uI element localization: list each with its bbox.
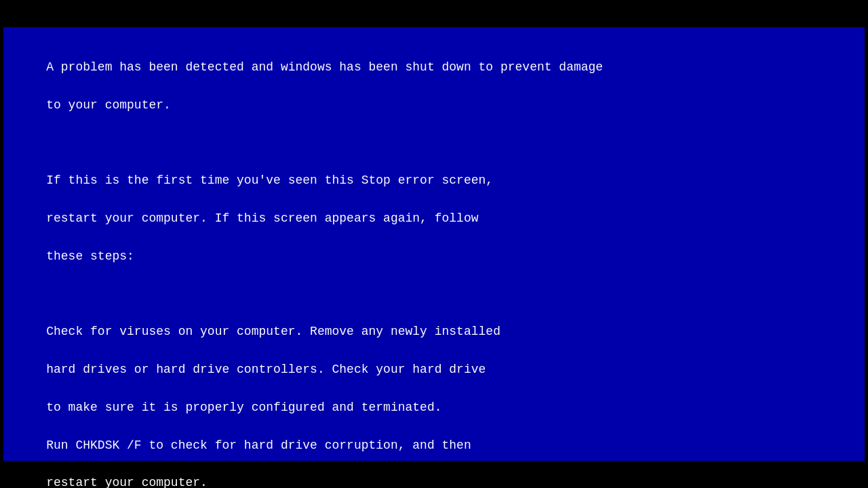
bsod-line-11: Run CHKDSK /F to check for hard drive co… (46, 439, 471, 452)
bsod-line-1: A problem has been detected and windows … (46, 60, 603, 74)
bsod-line-9: hard drives or hard drive controllers. C… (46, 363, 486, 376)
bsod-line-5: restart your computer. If this screen ap… (46, 211, 478, 225)
bsod-line-4: If this is the first time you've seen th… (46, 174, 493, 187)
bsod-line-6: these steps: (46, 249, 134, 263)
bsod-content: A problem has been detected and windows … (17, 39, 851, 488)
bsod-line-12: restart your computer. (46, 476, 208, 488)
bsod-line-2: to your computer. (46, 98, 171, 112)
bsod-line-8: Check for viruses on your computer. Remo… (46, 325, 500, 338)
bsod-line-10: to make sure it is properly configured a… (46, 401, 441, 414)
bsod-screen: A problem has been detected and windows … (3, 27, 865, 461)
